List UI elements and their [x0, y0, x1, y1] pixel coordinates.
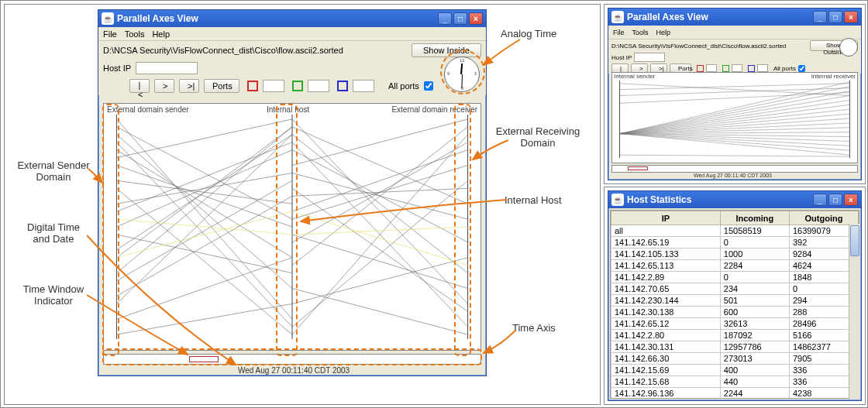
svg-line-66	[620, 84, 850, 90]
port-color-red[interactable]	[247, 81, 258, 91]
port-green-2[interactable]	[722, 65, 729, 72]
svg-line-37	[292, 142, 468, 327]
all-ports-checkbox-2[interactable]	[798, 65, 805, 72]
minimize-button[interactable]: _	[813, 11, 827, 23]
svg-line-32	[292, 289, 468, 335]
port-green-input[interactable]	[308, 80, 329, 92]
table-cell: 141.142.65.12	[611, 318, 721, 330]
nav-first-button[interactable]: |<	[129, 79, 150, 93]
menu-file[interactable]: File	[613, 29, 625, 36]
ports-button[interactable]: Ports	[204, 79, 239, 93]
path-row: D:\NCSA Security\VisFlowConnect_dist\Cis…	[98, 41, 486, 60]
port-blue-input-2[interactable]	[757, 64, 768, 72]
table-cell: 400	[720, 365, 789, 376]
table-row[interactable]: 141.142.66.302730137905	[611, 353, 859, 365]
table-row[interactable]: all1505851916399079	[611, 225, 859, 237]
analog-clock: 12 3 6 9	[444, 57, 480, 92]
table-cell: 141.142.65.113	[611, 260, 721, 272]
svg-line-19	[116, 142, 292, 211]
callout-erd: External ReceivingDomain	[491, 125, 584, 149]
table-cell: 141.142.2.80	[611, 330, 721, 341]
time-axis-2[interactable]	[611, 165, 858, 173]
table-cell: 141.142.66.30	[611, 353, 721, 365]
table-row[interactable]: 141.142.230.144501294	[611, 295, 859, 307]
close-button[interactable]: ×	[469, 12, 483, 25]
java-icon: ☕	[611, 11, 624, 23]
maximize-button[interactable]: □	[828, 11, 842, 23]
table-row[interactable]: 141.142.70.652340	[611, 283, 859, 295]
svg-line-14	[116, 303, 292, 334]
port-red-2[interactable]	[697, 65, 704, 72]
table-row[interactable]: 141.142.15.68440336	[611, 376, 859, 388]
menu-help[interactable]: Help	[656, 29, 671, 36]
window-title-3: Host Statistics	[627, 194, 811, 205]
port-blue-2[interactable]	[748, 65, 755, 72]
table-cell: 141.142.30.131	[611, 341, 721, 353]
table-row[interactable]: 141.142.65.11322844624	[611, 260, 859, 272]
port-color-green[interactable]	[292, 81, 303, 91]
svg-line-22	[116, 180, 292, 280]
minimize-button[interactable]: _	[813, 194, 827, 206]
nav-play-button[interactable]: >	[154, 79, 174, 93]
file-path-2: D:\NCSA Security\VisFlowConnect_dist\Cis…	[611, 43, 807, 50]
window-title: Parallel Axes View	[117, 13, 436, 24]
scroll-thumb[interactable]	[850, 225, 859, 256]
menu-tools[interactable]: Tools	[125, 29, 145, 39]
menu-bar-2: File Tools Help	[608, 26, 861, 39]
scrollbar[interactable]	[849, 224, 860, 399]
svg-line-34	[292, 180, 468, 327]
col-ip[interactable]: IP	[611, 211, 721, 225]
col-outgoing[interactable]: Outgoing	[789, 211, 858, 225]
table-cell: 440	[720, 376, 789, 388]
menu-help[interactable]: Help	[152, 29, 170, 39]
menu-bar: File Tools Help	[98, 27, 486, 41]
time-axis[interactable]	[103, 354, 481, 365]
table-row[interactable]: 141.142.30.1311295778614862377	[611, 341, 859, 353]
table-row[interactable]: 141.142.65.123261328496	[611, 318, 859, 330]
port-green-input-2[interactable]	[732, 64, 742, 72]
svg-line-54	[620, 109, 850, 133]
close-button[interactable]: ×	[844, 11, 858, 23]
path-row-2: D:\NCSA Security\VisFlowConnect_dist\Cis…	[608, 39, 861, 52]
port-red-input[interactable]	[263, 80, 284, 92]
close-button[interactable]: ×	[844, 194, 858, 206]
menu-file[interactable]: File	[103, 29, 117, 39]
show-inside-button[interactable]: Show Inside	[412, 43, 481, 57]
digital-time: Wed Aug 27 00:11:40 CDT 2003	[238, 366, 350, 375]
nav-last-button[interactable]: >|	[179, 79, 199, 93]
stats-table-wrap: IP Incoming Outgoing all1505851916399079…	[610, 210, 859, 399]
host-ip-input[interactable]	[136, 62, 198, 74]
table-cell: 187092	[720, 330, 789, 341]
controls-row: Host IP	[98, 60, 486, 77]
port-red-input-2[interactable]	[706, 64, 717, 72]
table-row[interactable]: 141.142.96.13622444238	[611, 388, 859, 399]
svg-line-49	[620, 87, 850, 134]
table-row[interactable]: 141.142.30.138600288	[611, 307, 859, 318]
outside-window: ☕ Parallel Axes View _ □ × File Tools He…	[608, 8, 862, 180]
menu-tools[interactable]: Tools	[632, 29, 649, 36]
bottom-right-panel: ☕ Host Statistics _ □ × IP Incoming Outg…	[604, 187, 866, 405]
all-ports-checkbox[interactable]	[424, 81, 433, 91]
table-row[interactable]: 141.142.2.8901848	[611, 272, 859, 283]
svg-line-44	[116, 211, 292, 258]
minimize-button[interactable]: _	[438, 12, 452, 25]
maximize-button[interactable]: □	[828, 194, 842, 206]
host-ip-input-2[interactable]	[634, 53, 665, 62]
stats-window: ☕ Host Statistics _ □ × IP Incoming Outg…	[608, 190, 862, 401]
table-row[interactable]: 141.142.105.13310009284	[611, 249, 859, 260]
svg-line-39	[292, 188, 468, 311]
table-row[interactable]: 141.142.65.190392	[611, 237, 859, 249]
svg-line-11	[116, 127, 292, 273]
plot-svg	[104, 104, 480, 350]
port-color-blue[interactable]	[337, 81, 348, 91]
port-blue-input[interactable]	[353, 80, 374, 92]
maximize-button[interactable]: □	[453, 12, 467, 25]
time-window-thumb[interactable]	[189, 356, 219, 362]
host-ip-label: Host IP	[103, 63, 131, 73]
svg-line-61	[620, 134, 850, 142]
table-cell: 32613	[720, 318, 789, 330]
col-incoming[interactable]: Incoming	[720, 211, 789, 225]
table-row[interactable]: 141.142.2.801870925166	[611, 330, 859, 341]
time-thumb-2[interactable]	[628, 166, 648, 170]
table-row[interactable]: 141.142.15.69400336	[611, 365, 859, 376]
